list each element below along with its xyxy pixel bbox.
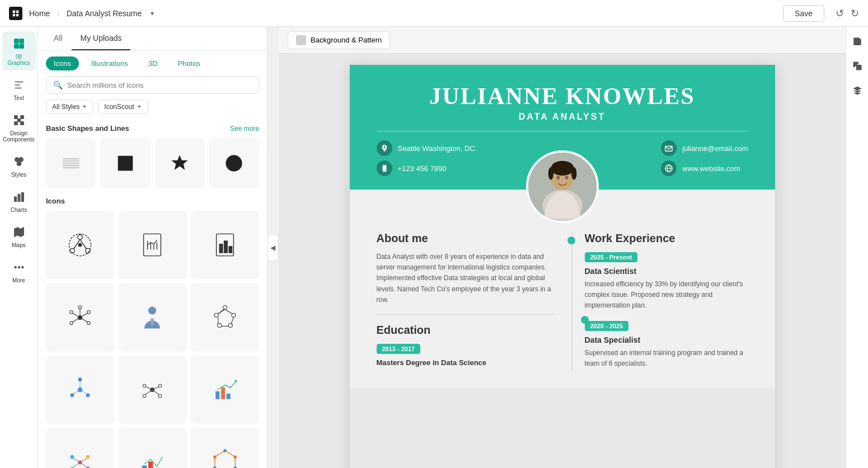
icon-chart-growth[interactable] [191,356,259,424]
sidebar-item-design-components[interactable]: Design Components [2,108,36,147]
timeline-dot-2 [581,316,589,324]
website-icon [661,160,677,176]
canvas-topbar: Background & Pattern [279,27,846,54]
icons-header: Icons [46,197,259,205]
text-icon [11,77,27,93]
shape-square[interactable] [100,138,150,188]
svg-point-17 [14,266,16,268]
svg-point-46 [87,322,90,325]
svg-point-45 [78,306,82,309]
contact-phone: +123 456 7890 [377,160,477,176]
icon-polygon-colored[interactable] [191,428,259,468]
styles-icon [11,154,27,169]
tab-all[interactable]: All [45,27,72,50]
svg-rect-6 [20,116,24,119]
copy-tool-button[interactable] [850,58,865,74]
svg-rect-7 [14,122,17,125]
svg-point-76 [143,385,147,388]
resume-name: JULIANNE KNOWLES [377,83,748,110]
timeline-line [571,232,573,370]
search-input[interactable] [67,81,252,89]
icon-colorful-nodes[interactable] [46,428,114,468]
save-button[interactable]: Save [783,5,824,22]
background-pattern-button[interactable]: Background & Pattern [288,31,390,49]
icon-bar-chart-doc[interactable] [191,211,259,279]
icon-chart-bar-colored[interactable] [119,428,187,468]
work-job-1: Data Scientist [585,267,748,276]
save-tool-button[interactable] [850,34,865,49]
subtab-icons[interactable]: Icons [46,56,79,70]
undo-button[interactable]: ↺ [836,7,844,20]
svg-point-116 [551,161,574,176]
svg-point-59 [228,323,232,327]
icon-chart-document[interactable] [119,211,187,279]
maps-icon [11,224,27,240]
title-chevron-icon[interactable]: ▾ [151,10,154,17]
design-components-label: Design Components [3,130,35,143]
icon-person-blue[interactable] [119,283,187,352]
work-desc-2: Supervised an internal training program … [585,348,748,369]
topbar-divider: › [57,8,59,18]
svg-rect-108 [383,171,386,171]
canvas-scroll[interactable]: JULIANNE KNOWLES DATA ANALYST Seattle Wa… [279,54,846,468]
left-column: About me Data Analyst with over 8 years … [377,232,553,370]
svg-rect-35 [144,234,161,256]
icon-nodes-circle[interactable] [46,283,114,352]
work-title: Work Experience [585,232,748,245]
basic-shapes-title: Basic Shapes and Lines [46,124,129,133]
app-logo [9,7,22,20]
shape-star[interactable] [155,138,205,188]
svg-point-71 [70,394,74,398]
see-more-basic[interactable]: See more [230,125,259,133]
icons-title: Icons [46,197,65,205]
subtab-photos[interactable]: Photos [170,56,208,70]
icon-mesh-network[interactable] [191,283,259,352]
home-link[interactable]: Home [29,9,50,18]
svg-point-106 [213,455,217,458]
svg-line-67 [218,309,225,314]
shape-circle[interactable] [209,138,259,188]
layers-tool-button[interactable] [850,83,865,98]
svg-rect-3 [19,44,23,48]
work-badge-1: 2025 - Present [585,252,638,262]
icons-grid [46,211,259,468]
svg-rect-0 [14,39,18,43]
svg-rect-43 [229,247,232,253]
svg-point-70 [86,394,90,398]
redo-button[interactable]: ↻ [851,7,859,20]
svg-point-18 [18,266,20,268]
resume-divider [377,131,748,131]
text-label: Text [13,95,24,101]
svg-point-102 [234,455,237,458]
collapse-handle[interactable]: ◀ [268,234,279,261]
svg-point-117 [548,167,553,180]
sidebar-item-charts[interactable]: Charts [2,185,36,218]
subtab-3d[interactable]: 3D [140,56,166,70]
sidebar-item-text[interactable]: Text [2,73,36,106]
svg-point-10 [19,158,23,162]
section-divider [377,314,553,315]
sidebar-panel: All My Uploads Icons Illustrations 3D Ph… [38,27,268,468]
icon-network-people[interactable] [46,211,114,279]
svg-point-19 [21,266,24,268]
shape-lines[interactable] [46,138,96,188]
sidebar-item-more[interactable]: More [2,255,36,288]
svg-marker-100 [215,451,235,468]
icon-molecule[interactable] [119,356,187,424]
contact-right: julianne@email.com www.website.com [661,140,748,176]
icon-blue-network[interactable] [46,356,114,424]
svg-line-96 [80,462,87,467]
edu-degree-1: Masters Degree in Data Science [377,358,553,367]
style-filter[interactable]: All Styles [46,100,93,114]
sidebar-item-maps[interactable]: Maps [2,220,36,253]
about-text: Data Analyst with over 8 years of experi… [377,252,553,305]
sidebar-item-styles[interactable]: Styles [2,149,36,182]
sidebar-item-graphics[interactable]: 08 Graphics [2,31,36,70]
source-filter[interactable]: IconScout [98,100,148,114]
main-layout: 08 Graphics Text Design Components Style… [0,27,868,468]
tab-my-uploads[interactable]: My Uploads [72,27,131,50]
timeline-dot-1 [567,237,575,244]
document-title[interactable]: Data Analyst Resume [67,9,142,18]
subtab-illustrations[interactable]: Illustrations [83,56,136,70]
svg-marker-26 [171,155,187,170]
